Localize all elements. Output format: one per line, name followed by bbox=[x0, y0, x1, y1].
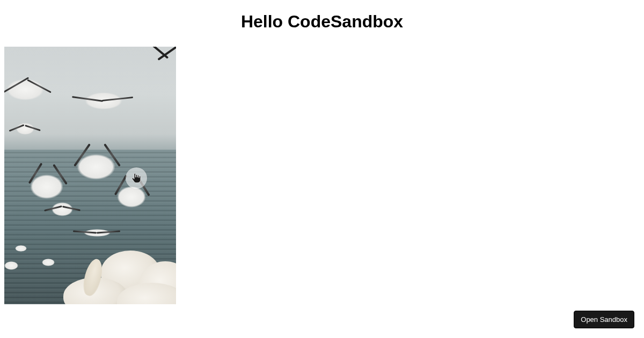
bird-icon bbox=[30, 174, 63, 199]
bird-icon bbox=[4, 261, 18, 270]
open-sandbox-button[interactable]: Open Sandbox bbox=[574, 311, 634, 328]
pointer-hand-icon bbox=[130, 172, 142, 184]
bird-icon bbox=[15, 245, 27, 252]
bird-icon bbox=[52, 202, 73, 216]
page-title: Hello CodeSandbox bbox=[0, 12, 644, 32]
zoom-cursor-indicator bbox=[126, 167, 147, 189]
zoomable-image[interactable] bbox=[4, 47, 176, 304]
bird-icon bbox=[42, 259, 55, 266]
bird-icon bbox=[6, 79, 44, 100]
bird-icon bbox=[77, 154, 115, 180]
image-row bbox=[0, 47, 644, 304]
bird-icon bbox=[117, 186, 146, 208]
